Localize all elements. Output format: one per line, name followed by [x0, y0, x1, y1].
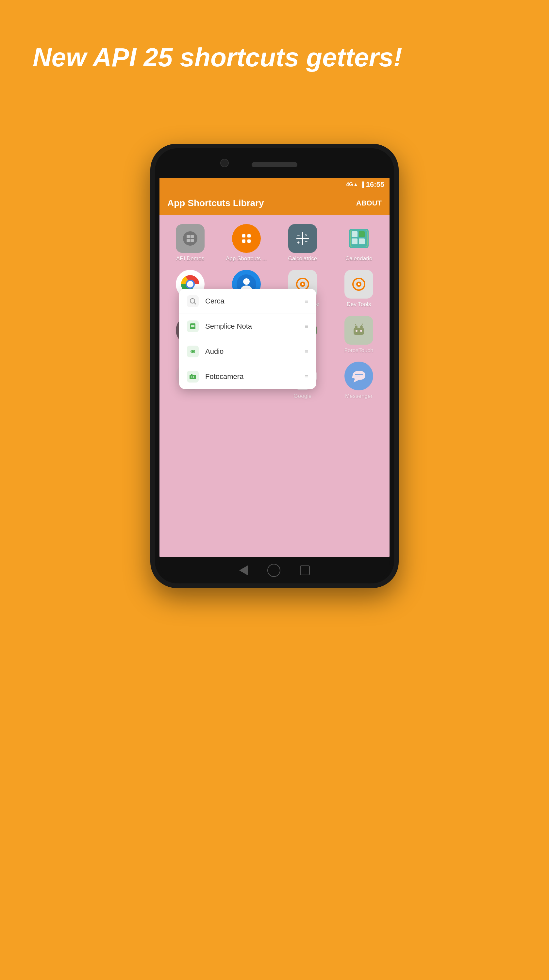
app-label-force-touch: ForceTouch [344, 347, 374, 354]
shortcut-handle-cerca: ≡ [305, 298, 309, 305]
app-icon-force-touch [344, 316, 373, 345]
app-label-dev-tools: Dev Tools [347, 301, 371, 308]
svg-rect-20 [359, 231, 365, 237]
app-item-calculator[interactable]: − × + = Calcolatrice [275, 220, 331, 266]
svg-text:×: × [305, 232, 307, 238]
svg-rect-3 [186, 239, 190, 242]
app-item-shortcuts[interactable]: App Shortcuts ... [218, 220, 275, 266]
svg-rect-22 [359, 239, 365, 244]
app-icon-messenger [344, 362, 373, 390]
shortcut-label-fotocamera: Fotocamera [205, 372, 298, 381]
app-label-messenger: Messenger [345, 393, 372, 399]
svg-rect-1 [186, 235, 190, 238]
app-grid-row1: API Demos App Shortcuts [162, 220, 387, 266]
svg-point-49 [356, 330, 358, 332]
svg-point-66 [192, 376, 194, 378]
svg-text:+: + [297, 240, 300, 245]
app-label-google: Google [294, 393, 312, 399]
shortcut-handle-semplice-nota: ≡ [305, 323, 309, 330]
app-bar-title: App Shortcuts Library [167, 198, 264, 208]
svg-point-0 [183, 231, 197, 246]
app-label-api-demos: API Demos [176, 255, 204, 262]
app-icon-api-demos [176, 224, 205, 253]
shortcut-label-semplice-nota: Semplice Nota [205, 322, 298, 331]
shortcut-label-audio: Audio [205, 347, 298, 356]
about-button[interactable]: ABOUT [356, 199, 382, 207]
app-icon-calendar [344, 224, 373, 253]
svg-point-32 [302, 283, 304, 285]
svg-rect-7 [247, 234, 251, 237]
signal-icon: 4G▲ [346, 181, 358, 188]
svg-rect-19 [352, 231, 358, 237]
app-item-api-demos[interactable]: API Demos [162, 220, 218, 266]
shortcut-handle-audio: ≡ [305, 348, 309, 355]
shortcut-icon-semplice-nota [187, 320, 199, 332]
app-label-shortcuts: App Shortcuts ... [226, 255, 267, 262]
status-icons: 4G▲ ▐ 16:55 [346, 180, 384, 189]
shortcut-popup: Cerca ≡ Semplice Nota ≡ [179, 289, 316, 389]
app-label-calendar: Calendario [345, 255, 372, 262]
svg-text:=: = [305, 240, 307, 245]
status-bar: 4G▲ ▐ 16:55 [159, 178, 390, 191]
app-item-messenger[interactable]: Messenger [331, 358, 387, 403]
phone-device: 4G▲ ▐ 16:55 App Shortcuts Library ABOUT [150, 144, 399, 588]
battery-icon: ▐ [360, 181, 364, 188]
svg-text:−: − [297, 232, 300, 238]
svg-point-36 [358, 283, 360, 285]
svg-rect-67 [191, 374, 193, 375]
svg-point-47 [355, 326, 358, 328]
svg-rect-9 [247, 239, 251, 243]
svg-rect-6 [242, 234, 245, 237]
phone-screen: 4G▲ ▐ 16:55 App Shortcuts Library ABOUT [159, 178, 390, 557]
svg-rect-21 [352, 239, 358, 244]
front-camera [220, 159, 229, 167]
svg-rect-46 [353, 328, 364, 335]
svg-point-48 [360, 326, 363, 328]
status-time: 16:55 [366, 180, 384, 189]
svg-rect-2 [191, 235, 194, 238]
shortcut-item-audio[interactable]: Audio ≡ [179, 339, 316, 364]
svg-point-25 [187, 281, 193, 288]
shortcut-icon-cerca [187, 295, 199, 307]
svg-point-27 [243, 278, 250, 285]
home-button[interactable] [267, 564, 280, 577]
shortcut-icon-audio [187, 345, 199, 357]
app-icon-shortcuts [232, 224, 261, 253]
svg-point-50 [360, 330, 362, 332]
svg-point-5 [237, 230, 255, 247]
navigation-bar [159, 557, 390, 584]
app-item-calendar[interactable]: Calendario [331, 220, 387, 266]
app-icon-calculator: − × + = [288, 224, 317, 253]
shortcut-icon-fotocamera [187, 371, 199, 382]
back-button[interactable] [239, 565, 248, 575]
headline-text: New API 25 shortcuts getters! [33, 43, 516, 73]
speaker-grille [251, 162, 298, 167]
app-item-force-touch[interactable]: ForceTouch [331, 312, 387, 358]
shortcut-item-fotocamera[interactable]: Fotocamera ≡ [179, 364, 316, 389]
app-icon-dev-tools [344, 270, 373, 299]
svg-rect-59 [190, 323, 196, 329]
app-item-dev-tools[interactable]: Dev Tools [331, 266, 387, 312]
app-bar: App Shortcuts Library ABOUT [159, 191, 390, 215]
svg-rect-8 [242, 239, 245, 243]
svg-point-63 [191, 350, 194, 353]
shortcut-label-cerca: Cerca [205, 297, 298, 305]
shortcut-item-cerca[interactable]: Cerca ≡ [179, 289, 316, 314]
shortcut-item-semplice-nota[interactable]: Semplice Nota ≡ [179, 314, 316, 339]
app-label-calculator: Calcolatrice [288, 255, 317, 262]
phone-inner: 4G▲ ▐ 16:55 App Shortcuts Library ABOUT [155, 148, 394, 584]
svg-rect-4 [191, 239, 194, 242]
recents-button[interactable] [300, 565, 310, 575]
svg-line-58 [194, 302, 196, 304]
shortcut-handle-fotocamera: ≡ [305, 373, 309, 380]
